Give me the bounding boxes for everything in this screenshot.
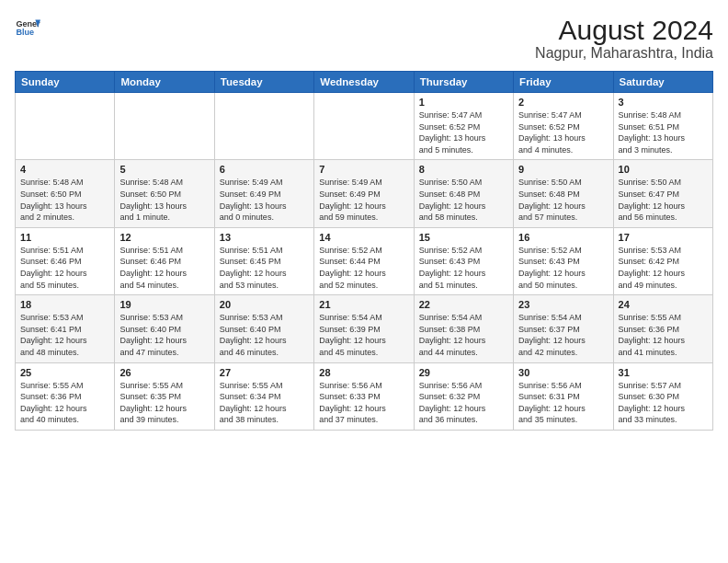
calendar-cell: 25Sunrise: 5:55 AM Sunset: 6:36 PM Dayli… — [16, 362, 115, 430]
day-info: Sunrise: 5:53 AM Sunset: 6:40 PM Dayligh… — [119, 312, 209, 358]
weekday-header: Sunday — [16, 72, 115, 93]
day-number: 26 — [119, 367, 209, 378]
day-info: Sunrise: 5:53 AM Sunset: 6:42 PM Dayligh… — [619, 245, 708, 291]
day-number: 27 — [220, 367, 309, 378]
svg-text:Blue: Blue — [16, 28, 34, 37]
calendar-cell: 8Sunrise: 5:50 AM Sunset: 6:48 PM Daylig… — [414, 160, 513, 227]
day-number: 21 — [319, 299, 408, 310]
day-number: 4 — [20, 164, 109, 175]
day-number: 30 — [518, 367, 608, 378]
calendar-cell: 6Sunrise: 5:49 AM Sunset: 6:49 PM Daylig… — [214, 160, 313, 227]
calendar-cell: 16Sunrise: 5:52 AM Sunset: 6:43 PM Dayli… — [514, 227, 613, 294]
day-info: Sunrise: 5:53 AM Sunset: 6:41 PM Dayligh… — [20, 312, 109, 358]
calendar-cell: 3Sunrise: 5:48 AM Sunset: 6:51 PM Daylig… — [613, 93, 712, 160]
weekday-header: Friday — [514, 72, 613, 93]
day-info: Sunrise: 5:56 AM Sunset: 6:32 PM Dayligh… — [419, 380, 508, 426]
day-info: Sunrise: 5:55 AM Sunset: 6:36 PM Dayligh… — [20, 380, 109, 426]
day-number: 24 — [619, 299, 708, 310]
day-number: 14 — [319, 232, 408, 243]
calendar-cell: 12Sunrise: 5:51 AM Sunset: 6:46 PM Dayli… — [115, 227, 214, 294]
day-info: Sunrise: 5:51 AM Sunset: 6:46 PM Dayligh… — [20, 245, 109, 291]
day-number: 16 — [518, 232, 608, 243]
day-info: Sunrise: 5:54 AM Sunset: 6:37 PM Dayligh… — [518, 312, 608, 358]
day-number: 3 — [619, 97, 708, 108]
calendar-cell: 11Sunrise: 5:51 AM Sunset: 6:46 PM Dayli… — [16, 227, 115, 294]
day-number: 23 — [518, 299, 608, 310]
calendar-cell — [314, 93, 414, 160]
weekday-header: Monday — [115, 72, 214, 93]
day-number: 1 — [419, 97, 508, 108]
logo: General Blue — [15, 15, 40, 40]
calendar-cell: 22Sunrise: 5:54 AM Sunset: 6:38 PM Dayli… — [414, 295, 513, 362]
day-number: 11 — [20, 232, 109, 243]
day-number: 5 — [119, 164, 209, 175]
day-info: Sunrise: 5:56 AM Sunset: 6:33 PM Dayligh… — [319, 380, 408, 426]
day-info: Sunrise: 5:52 AM Sunset: 6:43 PM Dayligh… — [518, 245, 608, 291]
calendar-week-row: 25Sunrise: 5:55 AM Sunset: 6:36 PM Dayli… — [16, 362, 713, 430]
day-number: 17 — [619, 232, 708, 243]
day-number: 20 — [220, 299, 309, 310]
title-block: August 2024 Nagpur, Maharashtra, India — [535, 15, 713, 62]
calendar-cell — [16, 93, 115, 160]
calendar-cell: 15Sunrise: 5:52 AM Sunset: 6:43 PM Dayli… — [414, 227, 513, 294]
logo-icon: General Blue — [15, 15, 40, 40]
day-info: Sunrise: 5:54 AM Sunset: 6:39 PM Dayligh… — [319, 312, 408, 358]
page-header: General Blue August 2024 Nagpur, Maharas… — [15, 15, 713, 62]
day-number: 7 — [319, 164, 408, 175]
weekday-header: Wednesday — [314, 72, 414, 93]
calendar-header-row: SundayMondayTuesdayWednesdayThursdayFrid… — [16, 72, 713, 93]
day-info: Sunrise: 5:55 AM Sunset: 6:34 PM Dayligh… — [220, 380, 309, 426]
calendar-cell: 10Sunrise: 5:50 AM Sunset: 6:47 PM Dayli… — [613, 160, 712, 227]
weekday-header: Thursday — [414, 72, 513, 93]
day-number: 29 — [419, 367, 508, 378]
day-info: Sunrise: 5:54 AM Sunset: 6:38 PM Dayligh… — [419, 312, 508, 358]
calendar-week-row: 4Sunrise: 5:48 AM Sunset: 6:50 PM Daylig… — [16, 160, 713, 227]
day-number: 22 — [419, 299, 508, 310]
day-info: Sunrise: 5:48 AM Sunset: 6:50 PM Dayligh… — [20, 177, 109, 223]
day-number: 31 — [619, 367, 708, 378]
day-number: 28 — [319, 367, 408, 378]
weekday-header: Tuesday — [214, 72, 313, 93]
calendar-cell: 21Sunrise: 5:54 AM Sunset: 6:39 PM Dayli… — [314, 295, 414, 362]
calendar-cell — [115, 93, 214, 160]
calendar-cell: 29Sunrise: 5:56 AM Sunset: 6:32 PM Dayli… — [414, 362, 513, 430]
day-info: Sunrise: 5:52 AM Sunset: 6:43 PM Dayligh… — [419, 245, 508, 291]
day-number: 9 — [518, 164, 608, 175]
calendar-cell — [214, 93, 313, 160]
calendar-cell: 31Sunrise: 5:57 AM Sunset: 6:30 PM Dayli… — [613, 362, 712, 430]
weekday-header: Saturday — [613, 72, 712, 93]
calendar-cell: 14Sunrise: 5:52 AM Sunset: 6:44 PM Dayli… — [314, 227, 414, 294]
calendar-cell: 30Sunrise: 5:56 AM Sunset: 6:31 PM Dayli… — [514, 362, 613, 430]
day-info: Sunrise: 5:50 AM Sunset: 6:47 PM Dayligh… — [619, 177, 708, 223]
day-info: Sunrise: 5:52 AM Sunset: 6:44 PM Dayligh… — [319, 245, 408, 291]
day-info: Sunrise: 5:47 AM Sunset: 6:52 PM Dayligh… — [419, 109, 508, 155]
day-info: Sunrise: 5:49 AM Sunset: 6:49 PM Dayligh… — [220, 177, 309, 223]
day-info: Sunrise: 5:47 AM Sunset: 6:52 PM Dayligh… — [518, 109, 608, 155]
day-info: Sunrise: 5:53 AM Sunset: 6:40 PM Dayligh… — [220, 312, 309, 358]
day-info: Sunrise: 5:50 AM Sunset: 6:48 PM Dayligh… — [419, 177, 508, 223]
day-number: 6 — [220, 164, 309, 175]
calendar-cell: 23Sunrise: 5:54 AM Sunset: 6:37 PM Dayli… — [514, 295, 613, 362]
day-info: Sunrise: 5:55 AM Sunset: 6:36 PM Dayligh… — [619, 312, 708, 358]
day-info: Sunrise: 5:51 AM Sunset: 6:46 PM Dayligh… — [119, 245, 209, 291]
day-number: 8 — [419, 164, 508, 175]
day-info: Sunrise: 5:56 AM Sunset: 6:31 PM Dayligh… — [518, 380, 608, 426]
calendar-cell: 17Sunrise: 5:53 AM Sunset: 6:42 PM Dayli… — [613, 227, 712, 294]
day-number: 13 — [220, 232, 309, 243]
calendar-cell: 18Sunrise: 5:53 AM Sunset: 6:41 PM Dayli… — [16, 295, 115, 362]
day-number: 2 — [518, 97, 608, 108]
calendar-cell: 20Sunrise: 5:53 AM Sunset: 6:40 PM Dayli… — [214, 295, 313, 362]
day-info: Sunrise: 5:49 AM Sunset: 6:49 PM Dayligh… — [319, 177, 408, 223]
day-number: 19 — [119, 299, 209, 310]
page-title: August 2024 — [535, 15, 713, 45]
calendar-table: SundayMondayTuesdayWednesdayThursdayFrid… — [15, 71, 713, 431]
day-info: Sunrise: 5:48 AM Sunset: 6:51 PM Dayligh… — [619, 109, 708, 155]
calendar-cell: 7Sunrise: 5:49 AM Sunset: 6:49 PM Daylig… — [314, 160, 414, 227]
calendar-cell: 19Sunrise: 5:53 AM Sunset: 6:40 PM Dayli… — [115, 295, 214, 362]
calendar-cell: 4Sunrise: 5:48 AM Sunset: 6:50 PM Daylig… — [16, 160, 115, 227]
calendar-cell: 9Sunrise: 5:50 AM Sunset: 6:48 PM Daylig… — [514, 160, 613, 227]
day-info: Sunrise: 5:57 AM Sunset: 6:30 PM Dayligh… — [619, 380, 708, 426]
day-number: 12 — [119, 232, 209, 243]
page-subtitle: Nagpur, Maharashtra, India — [535, 45, 713, 62]
day-number: 15 — [419, 232, 508, 243]
